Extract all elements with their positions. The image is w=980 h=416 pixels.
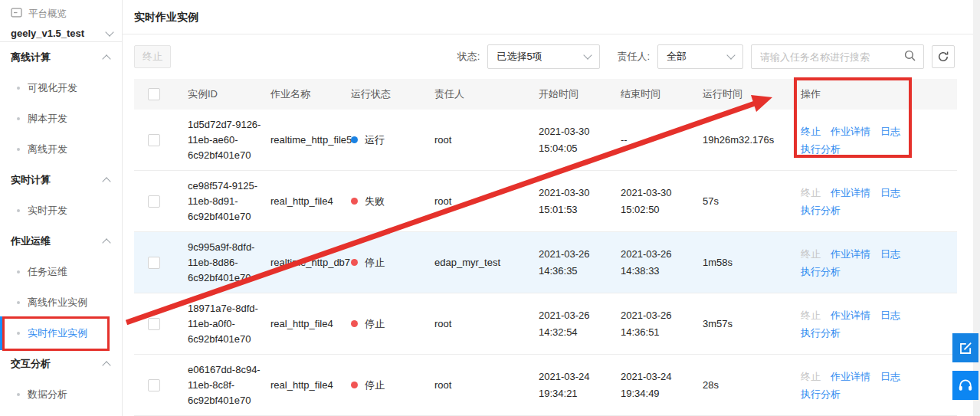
owner-filter-select[interactable]: 全部	[657, 44, 743, 69]
row-checkbox[interactable]	[148, 195, 160, 208]
action-exec-analysis[interactable]: 执行分析	[801, 325, 841, 341]
sidebar-item-label: 实时开发	[28, 204, 67, 218]
cell-job-name: real_http_file4	[261, 194, 342, 209]
table-body: 1d5d72d7-9126-11eb-ae60-6c92bf401e70 rea…	[134, 110, 957, 416]
sidebar-item-platform-overview[interactable]: 平台概览	[11, 7, 113, 21]
cell-job-name: realtime_http_db7	[261, 255, 342, 270]
sidebar-item-data-analysis[interactable]: 数据分析	[0, 379, 122, 410]
action-exec-analysis[interactable]: 执行分析	[801, 202, 841, 218]
action-log[interactable]: 日志	[880, 185, 900, 201]
sidebar-item-realtime-dev[interactable]: 实时开发	[0, 195, 122, 226]
main-content: 实时作业实例 终止 状态: 已选择5项 责任人: 全部 实例ID 作业名称	[123, 0, 980, 416]
cell-start-time: 2021-03-3015:01:53	[529, 185, 611, 218]
refresh-button[interactable]	[932, 45, 955, 68]
table-row: 1d5d72d7-9126-11eb-ae60-6c92bf401e70 rea…	[134, 110, 957, 171]
cell-instance-id: 18971a7e-8dfd-11eb-a0f0-6c92bf401e70	[179, 301, 261, 347]
cell-owner: root	[425, 378, 529, 393]
search-icon[interactable]	[903, 49, 916, 64]
cell-operations: 终止 作业详情 日志 执行分析	[792, 123, 923, 157]
action-job-detail[interactable]: 作业详情	[831, 246, 870, 262]
action-log[interactable]: 日志	[880, 246, 900, 262]
active-item-indicator	[0, 316, 3, 350]
sidebar-item-label: 任务运维	[28, 265, 67, 279]
action-exec-analysis[interactable]: 执行分析	[801, 386, 841, 402]
action-terminate[interactable]: 终止	[801, 123, 821, 139]
status-dot-icon	[351, 320, 358, 327]
bullet-icon	[17, 393, 20, 396]
sidebar-section-realtime-compute[interactable]: 实时计算	[0, 165, 122, 195]
action-terminate[interactable]: 终止	[801, 369, 821, 385]
select-all-checkbox[interactable]	[148, 88, 160, 100]
sidebar-section-job-ops[interactable]: 作业运维	[0, 226, 122, 257]
search-input[interactable]	[760, 51, 903, 63]
bullet-icon	[17, 332, 20, 335]
column-header-operations: 操作	[792, 87, 957, 101]
cell-owner: root	[425, 194, 529, 209]
headset-icon	[958, 378, 973, 392]
chevron-down-icon	[726, 51, 735, 59]
action-exec-analysis[interactable]: 执行分析	[801, 141, 841, 157]
column-header-owner: 责任人	[425, 87, 529, 101]
sidebar-item-label: 可视化开发	[28, 81, 77, 95]
sidebar-menu: 离线计算 可视化开发 脚本开发 离线开发 实时计算 实时开发 作业运维	[0, 42, 122, 410]
terminate-selected-button[interactable]: 终止	[134, 45, 171, 68]
sidebar-section-interactive-analysis[interactable]: 交互分析	[0, 349, 122, 379]
row-checkbox[interactable]	[148, 379, 160, 391]
column-header-instance-id: 实例ID	[179, 87, 261, 101]
action-job-detail[interactable]: 作业详情	[831, 369, 870, 385]
cell-job-name: real_http_file4	[261, 378, 342, 393]
sidebar-item-script-dev[interactable]: 脚本开发	[0, 103, 122, 134]
cell-operations: 终止 作业详情 日志 执行分析	[792, 185, 923, 218]
job-instances-table: 实例ID 作业名称 运行状态 责任人 开始时间 结束时间 运行时间 操作 1d5…	[134, 79, 957, 416]
action-log[interactable]: 日志	[880, 369, 900, 385]
row-checkbox[interactable]	[148, 134, 160, 146]
row-checkbox[interactable]	[148, 318, 160, 330]
sidebar-item-visual-dev[interactable]: 可视化开发	[0, 73, 122, 103]
sidebar-item-offline-dev[interactable]: 离线开发	[0, 134, 122, 165]
support-headset-button[interactable]	[952, 371, 978, 400]
action-terminate[interactable]: 终止	[801, 307, 821, 323]
cell-duration: 1m58s	[693, 255, 792, 270]
action-terminate[interactable]: 终止	[801, 246, 821, 262]
sidebar-item-task-ops[interactable]: 任务运维	[0, 257, 122, 287]
chevron-down-icon	[105, 28, 113, 36]
action-exec-analysis[interactable]: 执行分析	[801, 264, 841, 280]
column-header-run-status: 运行状态	[342, 87, 425, 101]
status-filter-select[interactable]: 已选择5项	[487, 44, 600, 69]
cell-operations: 终止 作业详情 日志 执行分析	[792, 307, 923, 341]
section-label: 实时计算	[11, 173, 51, 187]
column-header-job-name: 作业名称	[261, 87, 342, 101]
chevron-up-icon	[102, 238, 110, 247]
workspace-name: geely_v1.5_test	[11, 28, 84, 39]
platform-overview-icon	[11, 7, 22, 21]
row-checkbox[interactable]	[148, 257, 160, 269]
feedback-edit-button[interactable]	[952, 333, 978, 362]
status-dot-icon	[351, 136, 358, 143]
cell-instance-id: e06167dd-8c94-11eb-8c8f-6c92bf401e70	[179, 362, 261, 408]
action-job-detail[interactable]: 作业详情	[831, 123, 870, 139]
table-row: e06167dd-8c94-11eb-8c8f-6c92bf401e70 rea…	[134, 355, 957, 416]
chevron-up-icon	[102, 177, 110, 185]
toolbar: 终止 状态: 已选择5项 责任人: 全部	[123, 34, 980, 79]
workspace-selector[interactable]: geely_v1.5_test	[11, 28, 113, 39]
cell-job-name: realtime_http_file5	[261, 133, 342, 148]
sidebar-item-realtime-job-instances[interactable]: 实时作业实例	[0, 318, 122, 349]
cell-run-status: 停止	[342, 316, 425, 332]
status-label: 失败	[365, 194, 385, 209]
action-job-detail[interactable]: 作业详情	[831, 185, 870, 201]
bullet-icon	[17, 209, 20, 212]
sidebar-item-offline-job-instances[interactable]: 离线作业实例	[0, 287, 122, 318]
sidebar-item-label: 数据分析	[28, 388, 67, 401]
action-log[interactable]: 日志	[880, 307, 900, 323]
cell-run-status: 失败	[342, 194, 425, 209]
action-job-detail[interactable]: 作业详情	[831, 307, 870, 323]
cell-instance-id: ce98f574-9125-11eb-8d91-6c92bf401e70	[179, 179, 261, 224]
action-log[interactable]: 日志	[880, 123, 900, 139]
sidebar-section-offline-compute[interactable]: 离线计算	[0, 42, 122, 73]
owner-filter-value: 全部	[667, 50, 687, 64]
sidebar-item-label: 离线开发	[28, 142, 67, 156]
action-terminate[interactable]: 终止	[801, 185, 821, 201]
cell-run-status: 停止	[342, 255, 425, 270]
cell-duration: 28s	[693, 378, 792, 393]
status-filter-label: 状态:	[457, 50, 480, 64]
